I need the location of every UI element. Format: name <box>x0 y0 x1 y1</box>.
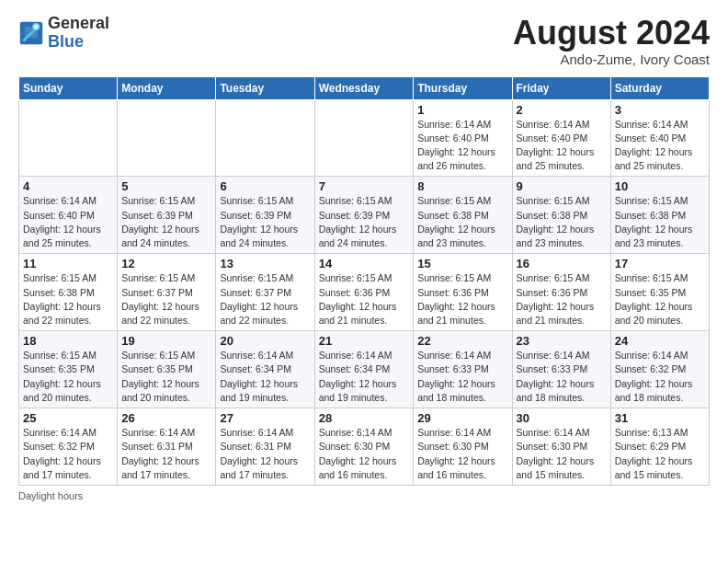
svg-point-3 <box>34 24 39 29</box>
day-number: 31 <box>615 411 705 425</box>
calendar-cell: 25Sunrise: 6:14 AM Sunset: 6:32 PM Dayli… <box>19 408 118 486</box>
calendar-cell: 12Sunrise: 6:15 AM Sunset: 6:37 PM Dayli… <box>118 254 216 331</box>
day-info: Sunrise: 6:15 AM Sunset: 6:36 PM Dayligh… <box>517 271 607 327</box>
calendar-cell: 31Sunrise: 6:13 AM Sunset: 6:29 PM Dayli… <box>610 408 709 486</box>
day-info: Sunrise: 6:14 AM Sunset: 6:30 PM Dayligh… <box>319 426 410 482</box>
day-number: 14 <box>319 257 410 270</box>
weekday-header-sunday: Sunday <box>19 76 118 99</box>
day-info: Sunrise: 6:15 AM Sunset: 6:36 PM Dayligh… <box>319 271 410 327</box>
title-block: August 2024 Ando-Zume, Ivory Coast <box>513 15 710 67</box>
day-info: Sunrise: 6:15 AM Sunset: 6:35 PM Dayligh… <box>23 349 113 405</box>
day-number: 23 <box>517 334 607 348</box>
calendar-title: August 2024 <box>513 15 710 52</box>
day-number: 20 <box>220 334 310 348</box>
calendar-cell: 17Sunrise: 6:15 AM Sunset: 6:35 PM Dayli… <box>610 254 709 331</box>
day-info: Sunrise: 6:14 AM Sunset: 6:33 PM Dayligh… <box>517 349 607 405</box>
calendar-location: Ando-Zume, Ivory Coast <box>513 52 710 67</box>
calendar-cell: 10Sunrise: 6:15 AM Sunset: 6:38 PM Dayli… <box>610 177 709 254</box>
day-info: Sunrise: 6:14 AM Sunset: 6:30 PM Dayligh… <box>517 426 607 482</box>
calendar-week-row: 11Sunrise: 6:15 AM Sunset: 6:38 PM Dayli… <box>19 254 710 331</box>
weekday-header-saturday: Saturday <box>610 76 709 99</box>
day-number: 2 <box>517 103 607 117</box>
day-number: 4 <box>23 179 113 193</box>
day-number: 19 <box>121 334 211 348</box>
day-info: Sunrise: 6:14 AM Sunset: 6:34 PM Dayligh… <box>220 349 310 405</box>
day-number: 16 <box>517 257 607 270</box>
calendar-cell: 21Sunrise: 6:14 AM Sunset: 6:34 PM Dayli… <box>314 331 414 408</box>
day-info: Sunrise: 6:14 AM Sunset: 6:31 PM Dayligh… <box>121 426 211 482</box>
day-info: Sunrise: 6:14 AM Sunset: 6:34 PM Dayligh… <box>319 349 410 405</box>
day-info: Sunrise: 6:14 AM Sunset: 6:40 PM Dayligh… <box>615 118 705 174</box>
day-number: 7 <box>319 179 410 193</box>
weekday-header-monday: Monday <box>118 76 216 99</box>
day-number: 25 <box>23 411 113 425</box>
calendar-cell <box>19 99 118 177</box>
weekday-header-thursday: Thursday <box>414 76 512 99</box>
calendar-week-row: 18Sunrise: 6:15 AM Sunset: 6:35 PM Dayli… <box>19 331 710 408</box>
day-number: 6 <box>220 179 310 193</box>
day-number: 30 <box>517 411 607 425</box>
calendar-cell: 29Sunrise: 6:14 AM Sunset: 6:30 PM Dayli… <box>414 408 512 486</box>
calendar-cell: 27Sunrise: 6:14 AM Sunset: 6:31 PM Dayli… <box>216 408 314 486</box>
logo-icon <box>18 20 44 46</box>
calendar-cell: 8Sunrise: 6:15 AM Sunset: 6:38 PM Daylig… <box>414 177 512 254</box>
calendar-week-row: 25Sunrise: 6:14 AM Sunset: 6:32 PM Dayli… <box>19 408 710 486</box>
day-number: 3 <box>615 103 705 117</box>
day-info: Sunrise: 6:15 AM Sunset: 6:35 PM Dayligh… <box>121 349 211 405</box>
day-info: Sunrise: 6:15 AM Sunset: 6:35 PM Dayligh… <box>615 271 705 327</box>
calendar-cell: 11Sunrise: 6:15 AM Sunset: 6:38 PM Dayli… <box>19 254 118 331</box>
day-info: Sunrise: 6:15 AM Sunset: 6:38 PM Dayligh… <box>615 194 705 250</box>
calendar-cell: 23Sunrise: 6:14 AM Sunset: 6:33 PM Dayli… <box>512 331 610 408</box>
day-info: Sunrise: 6:14 AM Sunset: 6:33 PM Dayligh… <box>417 349 507 405</box>
calendar-cell: 26Sunrise: 6:14 AM Sunset: 6:31 PM Dayli… <box>118 408 216 486</box>
day-number: 22 <box>417 334 507 348</box>
calendar-cell: 4Sunrise: 6:14 AM Sunset: 6:40 PM Daylig… <box>19 177 118 254</box>
day-info: Sunrise: 6:14 AM Sunset: 6:30 PM Dayligh… <box>417 426 507 482</box>
day-info: Sunrise: 6:15 AM Sunset: 6:37 PM Dayligh… <box>220 271 310 327</box>
header: General Blue August 2024 Ando-Zume, Ivor… <box>18 15 710 67</box>
day-info: Sunrise: 6:15 AM Sunset: 6:39 PM Dayligh… <box>220 194 310 250</box>
day-number: 10 <box>615 179 705 193</box>
day-info: Sunrise: 6:14 AM Sunset: 6:31 PM Dayligh… <box>220 426 310 482</box>
calendar-cell <box>216 99 314 177</box>
footer-note: Daylight hours <box>18 490 710 501</box>
day-info: Sunrise: 6:14 AM Sunset: 6:40 PM Dayligh… <box>23 194 113 250</box>
day-info: Sunrise: 6:15 AM Sunset: 6:38 PM Dayligh… <box>517 194 607 250</box>
calendar-cell: 13Sunrise: 6:15 AM Sunset: 6:37 PM Dayli… <box>216 254 314 331</box>
day-number: 5 <box>121 179 211 193</box>
day-number: 17 <box>615 257 705 270</box>
weekday-header-tuesday: Tuesday <box>216 76 314 99</box>
day-info: Sunrise: 6:15 AM Sunset: 6:37 PM Dayligh… <box>121 271 211 327</box>
day-info: Sunrise: 6:14 AM Sunset: 6:40 PM Dayligh… <box>417 118 507 174</box>
calendar-table: SundayMondayTuesdayWednesdayThursdayFrid… <box>18 76 710 486</box>
weekday-header-friday: Friday <box>512 76 610 99</box>
logo-blue-text: Blue <box>48 32 84 51</box>
day-info: Sunrise: 6:15 AM Sunset: 6:36 PM Dayligh… <box>417 271 507 327</box>
day-number: 12 <box>121 257 211 270</box>
calendar-cell: 3Sunrise: 6:14 AM Sunset: 6:40 PM Daylig… <box>610 99 709 177</box>
calendar-cell <box>314 99 414 177</box>
calendar-cell <box>118 99 216 177</box>
day-info: Sunrise: 6:13 AM Sunset: 6:29 PM Dayligh… <box>615 426 705 482</box>
calendar-cell: 15Sunrise: 6:15 AM Sunset: 6:36 PM Dayli… <box>414 254 512 331</box>
day-number: 11 <box>23 257 113 270</box>
calendar-cell: 22Sunrise: 6:14 AM Sunset: 6:33 PM Dayli… <box>414 331 512 408</box>
calendar-cell: 24Sunrise: 6:14 AM Sunset: 6:32 PM Dayli… <box>610 331 709 408</box>
calendar-week-row: 1Sunrise: 6:14 AM Sunset: 6:40 PM Daylig… <box>19 99 710 177</box>
day-info: Sunrise: 6:15 AM Sunset: 6:38 PM Dayligh… <box>417 194 507 250</box>
day-number: 1 <box>417 103 507 117</box>
day-number: 26 <box>121 411 211 425</box>
calendar-cell: 19Sunrise: 6:15 AM Sunset: 6:35 PM Dayli… <box>118 331 216 408</box>
day-info: Sunrise: 6:14 AM Sunset: 6:40 PM Dayligh… <box>517 118 607 174</box>
calendar-cell: 1Sunrise: 6:14 AM Sunset: 6:40 PM Daylig… <box>414 99 512 177</box>
day-number: 28 <box>319 411 410 425</box>
day-info: Sunrise: 6:15 AM Sunset: 6:39 PM Dayligh… <box>121 194 211 250</box>
calendar-week-row: 4Sunrise: 6:14 AM Sunset: 6:40 PM Daylig… <box>19 177 710 254</box>
calendar-cell: 14Sunrise: 6:15 AM Sunset: 6:36 PM Dayli… <box>314 254 414 331</box>
calendar-cell: 7Sunrise: 6:15 AM Sunset: 6:39 PM Daylig… <box>314 177 414 254</box>
logo-general-text: General <box>48 14 109 32</box>
day-number: 27 <box>220 411 310 425</box>
day-number: 13 <box>220 257 310 270</box>
day-info: Sunrise: 6:15 AM Sunset: 6:38 PM Dayligh… <box>23 271 113 327</box>
calendar-cell: 20Sunrise: 6:14 AM Sunset: 6:34 PM Dayli… <box>216 331 314 408</box>
